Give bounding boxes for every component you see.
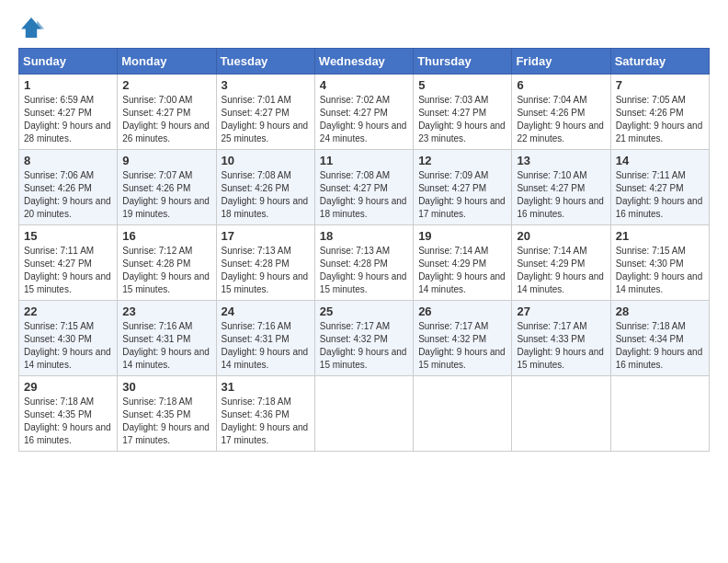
day-number: 2 [122, 78, 210, 92]
day-number: 12 [418, 154, 506, 167]
day-info: Sunrise: 7:07 AM Sunset: 4:26 PM Dayligh… [122, 169, 210, 221]
day-number: 15 [24, 229, 112, 243]
calendar: SundayMondayTuesdayWednesdayThursdayFrid… [18, 48, 710, 452]
day-number: 14 [616, 154, 704, 167]
day-info: Sunrise: 7:02 AM Sunset: 4:27 PM Dayligh… [320, 94, 408, 145]
day-number: 13 [517, 154, 605, 167]
calendar-cell [512, 376, 610, 452]
calendar-cell: 22 Sunrise: 7:15 AM Sunset: 4:30 PM Dayl… [19, 301, 118, 376]
day-info: Sunrise: 7:00 AM Sunset: 4:27 PM Dayligh… [122, 94, 210, 145]
day-info: Sunrise: 7:06 AM Sunset: 4:26 PM Dayligh… [24, 169, 112, 221]
day-info: Sunrise: 7:18 AM Sunset: 4:35 PM Dayligh… [122, 396, 210, 447]
day-info: Sunrise: 7:03 AM Sunset: 4:27 PM Dayligh… [418, 94, 506, 145]
day-number: 19 [418, 229, 506, 243]
calendar-cell: 17 Sunrise: 7:13 AM Sunset: 4:28 PM Dayl… [216, 225, 314, 301]
day-info: Sunrise: 7:18 AM Sunset: 4:36 PM Dayligh… [222, 396, 310, 447]
day-number: 7 [616, 78, 704, 92]
calendar-cell: 30 Sunrise: 7:18 AM Sunset: 4:35 PM Dayl… [118, 376, 216, 452]
day-number: 25 [320, 304, 408, 318]
header-friday: Friday [512, 49, 610, 75]
day-number: 24 [222, 304, 310, 318]
calendar-cell: 31 Sunrise: 7:18 AM Sunset: 4:36 PM Dayl… [216, 376, 314, 452]
calendar-cell [314, 376, 413, 452]
logo-icon [18, 15, 44, 40]
day-number: 1 [24, 78, 112, 92]
day-info: Sunrise: 7:14 AM Sunset: 4:29 PM Dayligh… [418, 245, 506, 296]
calendar-cell: 24 Sunrise: 7:16 AM Sunset: 4:31 PM Dayl… [216, 301, 314, 376]
calendar-week-5: 29 Sunrise: 7:18 AM Sunset: 4:35 PM Dayl… [19, 376, 710, 452]
day-number: 11 [320, 154, 408, 167]
day-number: 8 [24, 154, 112, 167]
day-info: Sunrise: 7:17 AM Sunset: 4:32 PM Dayligh… [418, 320, 506, 372]
day-number: 4 [320, 78, 408, 92]
calendar-cell: 18 Sunrise: 7:13 AM Sunset: 4:28 PM Dayl… [314, 225, 413, 301]
calendar-cell: 25 Sunrise: 7:17 AM Sunset: 4:32 PM Dayl… [314, 301, 413, 376]
header-thursday: Thursday [414, 49, 512, 75]
calendar-week-3: 15 Sunrise: 7:11 AM Sunset: 4:27 PM Dayl… [19, 225, 710, 301]
day-number: 30 [122, 380, 210, 394]
calendar-week-1: 1 Sunrise: 6:59 AM Sunset: 4:27 PM Dayli… [19, 75, 710, 150]
day-info: Sunrise: 7:16 AM Sunset: 4:31 PM Dayligh… [222, 320, 310, 372]
day-number: 18 [320, 229, 408, 243]
calendar-week-2: 8 Sunrise: 7:06 AM Sunset: 4:26 PM Dayli… [19, 150, 710, 225]
calendar-cell: 27 Sunrise: 7:17 AM Sunset: 4:33 PM Dayl… [512, 301, 610, 376]
day-info: Sunrise: 7:15 AM Sunset: 4:30 PM Dayligh… [616, 245, 704, 296]
day-info: Sunrise: 7:11 AM Sunset: 4:27 PM Dayligh… [616, 169, 704, 221]
calendar-cell: 2 Sunrise: 7:00 AM Sunset: 4:27 PM Dayli… [118, 75, 216, 150]
calendar-cell: 12 Sunrise: 7:09 AM Sunset: 4:27 PM Dayl… [414, 150, 512, 225]
header-saturday: Saturday [610, 49, 709, 75]
day-info: Sunrise: 7:10 AM Sunset: 4:27 PM Dayligh… [517, 169, 605, 221]
calendar-cell: 16 Sunrise: 7:12 AM Sunset: 4:28 PM Dayl… [118, 225, 216, 301]
calendar-cell: 5 Sunrise: 7:03 AM Sunset: 4:27 PM Dayli… [414, 75, 512, 150]
day-number: 22 [24, 304, 112, 318]
day-info: Sunrise: 7:09 AM Sunset: 4:27 PM Dayligh… [418, 169, 506, 221]
calendar-cell: 23 Sunrise: 7:16 AM Sunset: 4:31 PM Dayl… [118, 301, 216, 376]
day-info: Sunrise: 7:18 AM Sunset: 4:35 PM Dayligh… [24, 396, 112, 447]
header [18, 15, 710, 40]
header-wednesday: Wednesday [314, 49, 413, 75]
day-number: 9 [122, 154, 210, 167]
calendar-cell [610, 376, 709, 452]
day-info: Sunrise: 7:08 AM Sunset: 4:27 PM Dayligh… [320, 169, 408, 221]
calendar-cell: 11 Sunrise: 7:08 AM Sunset: 4:27 PM Dayl… [314, 150, 413, 225]
calendar-cell [414, 376, 512, 452]
calendar-cell: 8 Sunrise: 7:06 AM Sunset: 4:26 PM Dayli… [19, 150, 118, 225]
header-sunday: Sunday [19, 49, 118, 75]
day-number: 20 [517, 229, 605, 243]
day-number: 10 [222, 154, 310, 167]
calendar-cell: 15 Sunrise: 7:11 AM Sunset: 4:27 PM Dayl… [19, 225, 118, 301]
day-number: 21 [616, 229, 704, 243]
day-info: Sunrise: 7:08 AM Sunset: 4:26 PM Dayligh… [222, 169, 310, 221]
day-info: Sunrise: 7:16 AM Sunset: 4:31 PM Dayligh… [122, 320, 210, 372]
calendar-cell: 20 Sunrise: 7:14 AM Sunset: 4:29 PM Dayl… [512, 225, 610, 301]
day-number: 16 [122, 229, 210, 243]
day-number: 28 [616, 304, 704, 318]
day-info: Sunrise: 6:59 AM Sunset: 4:27 PM Dayligh… [24, 94, 112, 145]
day-info: Sunrise: 7:17 AM Sunset: 4:32 PM Dayligh… [320, 320, 408, 372]
calendar-cell: 7 Sunrise: 7:05 AM Sunset: 4:26 PM Dayli… [610, 75, 709, 150]
day-number: 23 [122, 304, 210, 318]
day-info: Sunrise: 7:04 AM Sunset: 4:26 PM Dayligh… [517, 94, 605, 145]
day-number: 27 [517, 304, 605, 318]
header-monday: Monday [118, 49, 216, 75]
calendar-cell: 6 Sunrise: 7:04 AM Sunset: 4:26 PM Dayli… [512, 75, 610, 150]
day-info: Sunrise: 7:01 AM Sunset: 4:27 PM Dayligh… [222, 94, 310, 145]
day-info: Sunrise: 7:15 AM Sunset: 4:30 PM Dayligh… [24, 320, 112, 372]
day-info: Sunrise: 7:05 AM Sunset: 4:26 PM Dayligh… [616, 94, 704, 145]
svg-marker-1 [37, 20, 44, 29]
calendar-cell: 4 Sunrise: 7:02 AM Sunset: 4:27 PM Dayli… [314, 75, 413, 150]
day-number: 31 [222, 380, 310, 394]
calendar-header-row: SundayMondayTuesdayWednesdayThursdayFrid… [19, 49, 710, 75]
calendar-cell: 3 Sunrise: 7:01 AM Sunset: 4:27 PM Dayli… [216, 75, 314, 150]
day-info: Sunrise: 7:12 AM Sunset: 4:28 PM Dayligh… [122, 245, 210, 296]
calendar-week-4: 22 Sunrise: 7:15 AM Sunset: 4:30 PM Dayl… [19, 301, 710, 376]
day-info: Sunrise: 7:11 AM Sunset: 4:27 PM Dayligh… [24, 245, 112, 296]
logo [18, 15, 48, 40]
calendar-cell: 10 Sunrise: 7:08 AM Sunset: 4:26 PM Dayl… [216, 150, 314, 225]
calendar-cell: 14 Sunrise: 7:11 AM Sunset: 4:27 PM Dayl… [610, 150, 709, 225]
calendar-cell: 13 Sunrise: 7:10 AM Sunset: 4:27 PM Dayl… [512, 150, 610, 225]
day-number: 29 [24, 380, 112, 394]
day-number: 5 [418, 78, 506, 92]
calendar-cell: 26 Sunrise: 7:17 AM Sunset: 4:32 PM Dayl… [414, 301, 512, 376]
day-info: Sunrise: 7:18 AM Sunset: 4:34 PM Dayligh… [616, 320, 704, 372]
